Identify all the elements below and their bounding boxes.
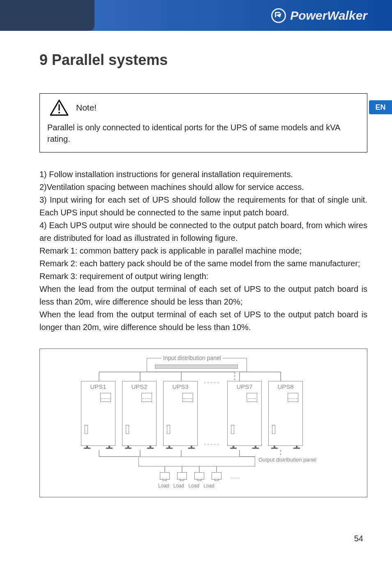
ups-unit: UPS7 <box>227 381 262 446</box>
svg-rect-21 <box>274 446 275 448</box>
svg-rect-11 <box>168 446 170 448</box>
ellipsis <box>204 381 221 446</box>
language-badge: EN <box>369 100 392 114</box>
load-label: Load <box>203 483 214 489</box>
input-panel-label: Input distribution panel <box>161 355 223 361</box>
remark-1: Remark 1: common battery pack is applica… <box>39 245 367 257</box>
ups-feet <box>84 446 113 450</box>
wiring-1: When the lead from the output terminal o… <box>39 283 367 308</box>
ups-label: UPS7 <box>228 383 261 390</box>
ups-label: UPS1 <box>81 383 115 390</box>
ups-screen-icon <box>288 393 298 402</box>
ups-feet <box>230 446 259 450</box>
foot-icon <box>106 446 113 450</box>
load-icon <box>194 472 204 480</box>
page-number: 54 <box>354 534 363 543</box>
header-tab <box>0 0 95 31</box>
brand-icon <box>271 8 286 23</box>
svg-rect-10 <box>147 448 154 449</box>
remark-3: Remark 3: requirement of output wiring l… <box>39 270 367 283</box>
load-label: Load <box>158 483 169 489</box>
foot-icon <box>84 446 90 450</box>
diagram: Input distribution panel UPS1 UPS2 <box>39 349 367 497</box>
load-ellipsis: …… <box>231 474 240 480</box>
foot-icon <box>188 446 195 450</box>
ups-unit: UPS8 <box>268 381 303 446</box>
ups-port-icon <box>85 425 88 434</box>
ups-label: UPS3 <box>164 383 197 390</box>
svg-rect-18 <box>230 448 237 449</box>
load-labels-row: Load Load Load Load <box>158 483 214 489</box>
load-icon <box>160 472 170 480</box>
load-icon <box>177 472 187 480</box>
foot-icon <box>293 446 300 450</box>
output-panel-box <box>138 457 255 466</box>
svg-point-2 <box>58 112 60 113</box>
ups-screen-icon <box>182 393 193 402</box>
svg-rect-9 <box>150 446 151 448</box>
note-label: Note! <box>76 103 97 113</box>
load-label: Load <box>188 483 199 489</box>
page-title: 9 Parallel systems <box>39 51 367 69</box>
ups-port-icon <box>126 425 129 434</box>
ups-unit: UPS1 <box>81 381 115 446</box>
para-2: 2)Ventilation spacing between machines s… <box>39 181 367 194</box>
svg-rect-22 <box>271 448 278 449</box>
output-panel-label: Output distribution panel <box>258 457 316 463</box>
ups-label: UPS2 <box>122 383 156 390</box>
foot-icon <box>125 446 131 450</box>
svg-rect-8 <box>125 448 131 449</box>
body-text: 1) Follow installation instructions for … <box>39 168 367 334</box>
svg-rect-20 <box>252 448 259 449</box>
svg-rect-4 <box>84 448 90 449</box>
loads-row: …… <box>160 472 240 480</box>
ellipsis-lines-icon <box>204 381 221 446</box>
ups-port-icon <box>167 425 170 434</box>
foot-icon <box>230 446 237 450</box>
page-content: 9 Parallel systems Note! Parallel is onl… <box>0 31 392 497</box>
svg-rect-3 <box>86 446 88 448</box>
svg-rect-13 <box>191 446 192 448</box>
ups-screen-icon <box>100 393 111 402</box>
para-3: 3) Input wiring for each set of UPS shou… <box>39 194 367 219</box>
ups-unit: UPS3 <box>163 381 198 446</box>
ups-screen-icon <box>141 393 152 402</box>
load-label: Load <box>173 483 184 489</box>
ups-row: UPS1 UPS2 UPS3 <box>81 381 303 446</box>
svg-rect-19 <box>255 446 256 448</box>
ups-port-icon <box>231 425 234 434</box>
remark-2: Remark 2: each battery pack should be of… <box>39 257 367 270</box>
ups-feet <box>271 446 300 450</box>
foot-icon <box>147 446 154 450</box>
svg-rect-23 <box>296 446 297 448</box>
brand-text: PowerWalker <box>290 9 367 23</box>
note-text: Parallel is only connected to identical … <box>47 122 360 145</box>
svg-rect-14 <box>188 448 195 449</box>
ups-port-icon <box>272 425 275 434</box>
note-box: Note! Parallel is only connected to iden… <box>39 93 367 152</box>
note-heading-row: Note! <box>50 99 360 116</box>
foot-icon <box>252 446 259 450</box>
svg-rect-6 <box>106 448 113 449</box>
ups-label: UPS8 <box>269 383 302 390</box>
ups-feet <box>125 446 154 450</box>
ups-screen-icon <box>247 393 257 402</box>
ups-feet <box>166 446 195 450</box>
page-header: PowerWalker <box>0 0 392 31</box>
input-panel-strip <box>155 365 238 369</box>
brand-logo: PowerWalker <box>271 8 367 23</box>
para-4: 4) Each UPS output wire should be connec… <box>39 219 367 245</box>
ups-unit: UPS2 <box>122 381 157 446</box>
svg-rect-5 <box>108 446 110 448</box>
svg-rect-17 <box>233 446 234 448</box>
svg-rect-12 <box>166 448 173 449</box>
foot-icon <box>166 446 173 450</box>
load-icon <box>212 472 221 480</box>
wiring-2: When the lead from the output terminal o… <box>39 308 367 334</box>
warning-icon <box>50 99 69 116</box>
svg-rect-7 <box>127 446 129 448</box>
svg-rect-24 <box>293 448 300 449</box>
foot-icon <box>271 446 278 450</box>
para-1: 1) Follow installation instructions for … <box>39 168 367 181</box>
